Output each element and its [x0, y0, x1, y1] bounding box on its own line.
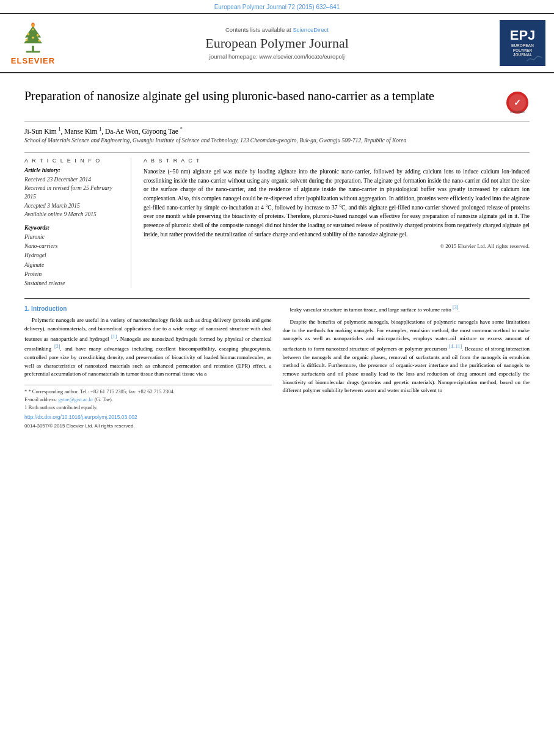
footnote-email[interactable]: gytae@gist.ac.kr	[58, 396, 93, 402]
svg-point-11	[32, 24, 34, 27]
ref-1[interactable]: [1]	[111, 334, 117, 340]
epj-chart-decoration	[525, 53, 544, 64]
ref-2[interactable]: [2]	[54, 344, 60, 349]
svg-rect-1	[26, 51, 40, 53]
abstract-text: Nanosize (~50 nm) alginate gel was made …	[144, 167, 530, 239]
keyword-sustained-release: Sustained release	[24, 279, 122, 288]
journal-name: European Polymer Journal	[66, 35, 488, 51]
keyword-nanocarriers: Nano-carriers	[24, 242, 122, 251]
sciencedirect-link[interactable]: ScienceDirect	[293, 26, 329, 33]
epj-letters: EPJ	[510, 29, 536, 42]
copyright-footer: 0014-3057/© 2015 Elsevier Ltd. All right…	[24, 423, 272, 430]
homepage-text: journal homepage: www.elsevier.com/locat…	[210, 53, 344, 60]
elsevier-wordmark: ELSEVIER	[11, 56, 55, 65]
footnote-email-note: (G. Tae).	[95, 396, 113, 402]
svg-point-6	[32, 28, 34, 30]
page: European Polymer Journal 72 (2015) 632–6…	[0, 0, 554, 756]
ref-4-11[interactable]: [4–11]	[449, 344, 462, 349]
available-date: Available online 9 March 2015	[24, 210, 122, 219]
accepted-date: Accepted 3 March 2015	[24, 202, 122, 210]
abstract-col: A B S T R A C T Nanosize (~50 nm) algina…	[144, 158, 530, 288]
article-info-col: A R T I C L E I N F O Article history: R…	[24, 158, 131, 288]
svg-rect-0	[32, 45, 34, 51]
section1-title: 1. Introduction	[24, 304, 272, 313]
footnote-corresponding: * * Corresponding author. Tel.: +82 61 7…	[24, 388, 272, 396]
journal-header: ELSEVIER Contents lists available at Sci…	[0, 13, 554, 73]
elsevier-tree-icon	[15, 21, 51, 55]
epj-logo-container: EPJ EUROPEANPOLYMERJOURNAL	[497, 20, 545, 66]
abstract-heading: A B S T R A C T	[144, 158, 530, 164]
top-ref-line: European Polymer Journal 72 (2015) 632–6…	[0, 0, 554, 13]
article-title: Preparation of nanosize alginate gel usi…	[24, 88, 505, 104]
body-para-3: Despite the benefits of polymeric nanoge…	[283, 318, 530, 395]
body-para-2: leaky vascular structure in tumor tissue…	[283, 304, 530, 314]
doi-line[interactable]: http://dx.doi.org/10.1016/j.eurpolymj.20…	[24, 413, 272, 421]
keywords-label: Keywords:	[24, 225, 122, 231]
revised-date: Received in revised form 25 February 201…	[24, 184, 122, 202]
received-date: Received 23 December 2014	[24, 175, 122, 184]
sciencedirect-line: Contents lists available at ScienceDirec…	[66, 26, 488, 33]
top-ref-text: European Polymer Journal 72 (2015) 632–6…	[214, 4, 340, 10]
keyword-hydrogel: Hydrogel	[24, 251, 122, 260]
footnote-corresponding-text: * Corresponding author. Tel.: +82 61 715…	[28, 388, 175, 394]
history-label: Article history:	[24, 167, 122, 173]
authors-section: Ji-Sun Kim 1, Manse Kim 1, Da-Ae Won, Gi…	[24, 122, 530, 145]
svg-point-4	[27, 32, 30, 35]
body-col-right: leaky vascular structure in tumor tissue…	[283, 304, 530, 430]
affiliation-line: School of Materials Science and Engineer…	[24, 137, 530, 144]
sciencedirect-prefix: Contents lists available at	[225, 26, 291, 33]
journal-title-area: Contents lists available at ScienceDirec…	[66, 26, 488, 60]
svg-text:CrossMark: CrossMark	[510, 110, 525, 114]
svg-text:✓: ✓	[514, 98, 521, 107]
abstract-copyright: © 2015 Elsevier Ltd. All rights reserved…	[144, 243, 530, 249]
journal-homepage: journal homepage: www.elsevier.com/locat…	[66, 53, 488, 60]
article-content: Preparation of nanosize alginate gel usi…	[0, 73, 554, 436]
body-para-1: Polymeric nanogels are useful in a varie…	[24, 316, 272, 379]
body-col-left: 1. Introduction Polymeric nanogels are u…	[24, 304, 272, 430]
svg-point-7	[26, 38, 28, 41]
epj-logo: EPJ EUROPEANPOLYMERJOURNAL	[500, 20, 545, 66]
info-abstract-section: A R T I C L E I N F O Article history: R…	[24, 152, 530, 288]
authors-line: Ji-Sun Kim 1, Manse Kim 1, Da-Ae Won, Gi…	[24, 126, 530, 135]
article-body: 1. Introduction Polymeric nanogels are u…	[24, 298, 530, 430]
elsevier-logo: ELSEVIER	[9, 21, 57, 65]
footnote-email-label: E-mail address:	[24, 396, 57, 402]
keyword-alginate: Alginate	[24, 261, 122, 270]
keyword-pluronic: Pluronic	[24, 233, 122, 242]
crossmark-logo[interactable]: ✓ CrossMark	[505, 90, 530, 115]
title-section: Preparation of nanosize alginate gel usi…	[24, 79, 530, 122]
svg-point-5	[37, 34, 39, 36]
svg-point-9	[32, 36, 34, 38]
article-info-heading: A R T I C L E I N F O	[24, 158, 122, 164]
keyword-protein: Protein	[24, 270, 122, 279]
ref-3[interactable]: [3]	[453, 305, 458, 310]
footnote-email-line: E-mail address: gytae@gist.ac.kr (G. Tae…	[24, 396, 272, 404]
footnote-equal-contrib: 1 Both authors contributed equally.	[24, 404, 272, 412]
svg-point-8	[38, 39, 41, 42]
footnote-area: * * Corresponding author. Tel.: +82 61 7…	[24, 385, 272, 430]
